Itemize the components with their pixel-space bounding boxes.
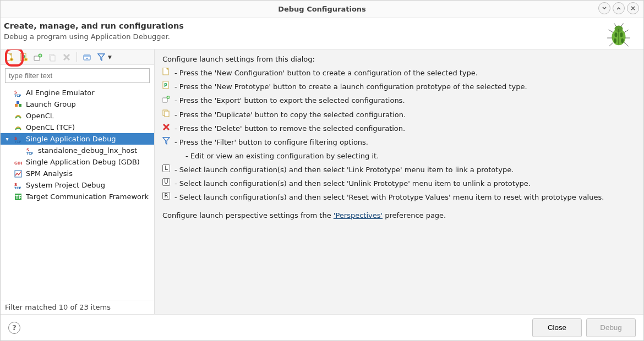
filter-matched-label: Filter matched 10 of 23 items [1, 300, 154, 314]
node-icon: TF [14, 193, 23, 201]
instruction-row: P - Press the 'New Prototype' button to … [162, 81, 636, 92]
delete-button [60, 51, 73, 63]
node-icon: STCF [14, 89, 23, 97]
key-R-icon: R [162, 192, 170, 200]
instruction-row: U - Select launch configuration(s) and t… [162, 178, 636, 189]
config-tree[interactable]: STCFAI Engine EmulatorLaunch GroupOpenCL… [1, 86, 154, 300]
help-button[interactable]: ? [8, 322, 20, 334]
tree-item[interactable]: ▾STCFSingle Application Debug [1, 133, 154, 145]
tree-item[interactable]: STCFAI Engine Emulator [1, 87, 154, 98]
new-proto-icon: P [162, 81, 170, 89]
left-panel: P [1, 50, 155, 314]
instruction-text: - Press the 'New Configuration' button t… [174, 68, 478, 79]
instruction-row: - Press the 'Duplicate' button to copy t… [162, 109, 636, 120]
new-prototype-button[interactable]: P [17, 51, 30, 63]
instruction-row: - Press the 'Filter' button to configure… [162, 137, 636, 148]
svg-text:P: P [164, 83, 167, 88]
svg-point-6 [621, 38, 624, 43]
dialog-body: P [1, 50, 643, 314]
svg-rect-15 [51, 56, 55, 61]
minimize-icon[interactable] [598, 2, 610, 14]
filter-icon [162, 137, 170, 145]
instruction-text: - Press the 'New Prototype' button to cr… [174, 81, 527, 92]
tree-item-label: System Project Debug [26, 181, 105, 189]
key-L-icon: L [162, 164, 170, 172]
svg-rect-23 [17, 101, 19, 104]
tree-item[interactable]: SPM Analysis [1, 168, 154, 179]
tree-item-label: AI Engine Emulator [26, 89, 95, 97]
tree-item-label: OpenCL [26, 112, 54, 120]
close-icon[interactable] [627, 2, 639, 14]
svg-text:TCF: TCF [14, 186, 21, 189]
node-icon: STCF [14, 135, 23, 144]
tree-item-label: Single Application Debug (GDB) [26, 158, 140, 166]
instruction-text: - Select launch configuration(s) and the… [174, 164, 514, 175]
svg-rect-29 [15, 170, 21, 177]
perspectives-link[interactable]: 'Perspectives' [334, 211, 383, 219]
svg-point-4 [620, 32, 623, 37]
tree-item-label: Launch Group [26, 100, 76, 108]
svg-rect-40 [165, 111, 169, 117]
instruction-text: - Select launch configuration(s) and the… [174, 192, 604, 203]
instruction-text: - Press the 'Duplicate' button to copy t… [174, 109, 406, 120]
tree-item-label: standalone_debug_lnx_host [38, 146, 137, 155]
node-icon: STCF [14, 181, 23, 190]
svg-point-5 [614, 38, 616, 43]
bug-icon [605, 21, 632, 49]
tree-item[interactable]: TFTarget Communication Framework [1, 191, 154, 202]
dialog-debug-configurations: Debug Configurations Create, manage, and… [0, 0, 644, 341]
node-icon: GDB [14, 158, 23, 167]
tree-item[interactable]: OpenCL [1, 110, 154, 122]
duplicate-icon [162, 109, 170, 117]
svg-rect-37 [162, 98, 167, 102]
key-U-icon: U [162, 178, 170, 186]
svg-rect-17 [84, 55, 90, 57]
export-button[interactable] [31, 51, 45, 63]
titlebar: Debug Configurations [1, 1, 643, 18]
node-icon [14, 123, 23, 132]
svg-text:GDB: GDB [14, 161, 22, 166]
debug-button[interactable]: Debug [586, 318, 636, 337]
header: Create, manage, and run configurations D… [1, 18, 643, 50]
window-controls [598, 2, 639, 14]
node-icon: STCF [26, 146, 35, 155]
instruction-row: L - Select launch configuration(s) and t… [162, 164, 636, 175]
svg-text:TF: TF [15, 195, 21, 200]
toolbar-separator [77, 52, 77, 62]
chevron-down-icon[interactable]: ▼ [108, 54, 112, 60]
left-toolbar: P [1, 50, 154, 65]
svg-text:TCF: TCF [26, 151, 34, 155]
tree-item[interactable]: OpenCL (TCF) [1, 122, 154, 133]
new-configuration-button[interactable] [3, 51, 16, 63]
info-intro: Configure launch settings from this dial… [162, 54, 636, 65]
node-icon [14, 100, 23, 109]
header-title: Create, manage, and run configurations [4, 21, 184, 30]
tree-item[interactable]: GDBSingle Application Debug (GDB) [1, 156, 154, 168]
svg-rect-22 [19, 104, 21, 107]
tree-item[interactable]: STCFSystem Project Debug [1, 179, 154, 191]
tree-item[interactable]: STCFstandalone_debug_lnx_host [1, 145, 154, 156]
tree-item-label: Single Application Debug [26, 135, 116, 143]
instruction-text: - Press the 'Delete' button to remove th… [174, 123, 405, 134]
tree-item[interactable]: Launch Group [1, 98, 154, 110]
node-icon [14, 169, 23, 178]
maximize-icon[interactable] [613, 2, 625, 14]
export-icon [162, 95, 170, 103]
twisty-icon[interactable]: ▾ [4, 136, 10, 142]
instruction-text: - Press the 'Export' button to export th… [174, 95, 405, 106]
info-outro: Configure launch perspective settings fr… [162, 210, 636, 221]
tree-item-label: OpenCL (TCF) [26, 123, 75, 131]
close-button[interactable]: Close [532, 318, 582, 337]
instruction-text: - Edit or view an existing configuration… [185, 151, 379, 162]
instruction-row: - Press the 'Export' button to export th… [162, 95, 636, 106]
collapse-all-button[interactable] [80, 51, 94, 63]
svg-text:TCF: TCF [14, 140, 21, 143]
filter-button[interactable] [95, 51, 108, 63]
instruction-row: - Edit or view an existing configuration… [162, 151, 636, 162]
filter-container [5, 68, 150, 83]
svg-point-3 [615, 32, 618, 37]
footer: ? Close Debug [1, 314, 643, 340]
tree-item-label: SPM Analysis [26, 169, 73, 178]
filter-input[interactable] [5, 68, 150, 83]
tree-item-label: Target Communication Framework [26, 193, 149, 201]
